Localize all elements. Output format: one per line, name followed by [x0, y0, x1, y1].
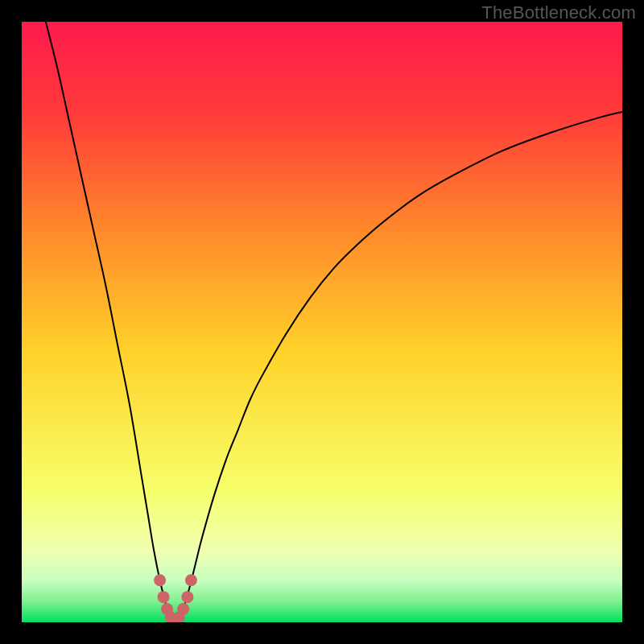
valley-marker-dot	[185, 574, 197, 586]
gradient-background	[22, 22, 622, 622]
valley-marker-dot	[154, 574, 166, 586]
plot-area	[22, 22, 622, 622]
valley-marker-dot	[181, 591, 193, 603]
watermark-text: TheBottleneck.com	[481, 2, 636, 23]
valley-marker-dot	[158, 591, 170, 603]
chart-svg	[22, 22, 622, 622]
valley-marker-dot	[177, 603, 189, 615]
chart-frame: TheBottleneck.com	[0, 0, 644, 644]
